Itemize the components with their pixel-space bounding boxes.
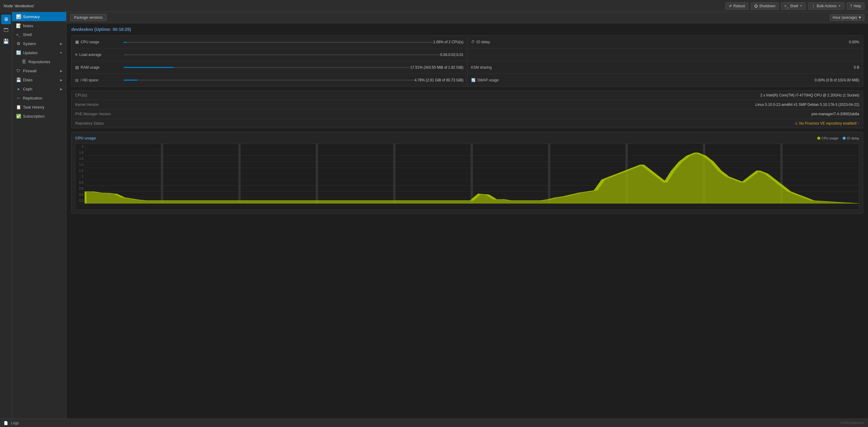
icon-nav: 🖥 🗔 💾 [0, 12, 12, 419]
repositories-icon: 🗄 [21, 59, 27, 64]
info-row-kernel: Kernel Version Linux 5.10.0-22-amd64 #1 … [71, 100, 863, 110]
node-section: devdeskos (Uptime: 00:16:25) ▦ CPU usage [66, 23, 868, 218]
info-label-kernel: Kernel Version [75, 103, 142, 107]
logs-bar: 📄 Logs CSDN @Minlearn [0, 419, 868, 427]
node-title: devdeskos (Uptime: 00:16:25) [71, 27, 863, 32]
info-section: CPU(s) 2 x Intel(R) Core(TM) i7-4770HQ C… [71, 90, 863, 128]
bulk-chevron-icon: ▼ [838, 4, 841, 7]
ceph-icon: ● [16, 86, 21, 91]
sidebar-item-disks[interactable]: 💾 Disks ▶ [12, 75, 66, 84]
summary-icon: 📊 [16, 14, 21, 19]
sidebar-item-repositories[interactable]: 🗄 Repositories [12, 57, 66, 66]
stat-value-load: 0.04,0.02,0.01 [440, 53, 464, 57]
stat-value-cpu: 1.06% of 2 CPU(s) [433, 40, 463, 44]
main-layout: 🖥 🗔 💾 📊 Summary 📝 Notes >_ Shell ⚙ Syste… [0, 12, 868, 419]
stat-value-ksm: 0 B [854, 65, 859, 69]
swap-icon: 🔃 [471, 78, 476, 82]
stat-row-cpu: ▦ CPU usage 1.06% of 2 CPU(s) [71, 36, 467, 48]
chart-area: 2 1.8 1.6 1.4 1.2 1 0.8 0.6 0.4 0.2 [75, 143, 859, 210]
logs-icon: 📄 [4, 421, 8, 425]
firewall-icon: 🛡 [16, 68, 21, 73]
stat-value-swap: 0.00% (0 B of 1024.00 MiB) [815, 78, 859, 82]
sidebar-item-system[interactable]: ⚙ System ▶ [12, 39, 66, 48]
hd-icon: ⊟ [75, 78, 79, 83]
help-icon: ? [850, 4, 852, 8]
stat-label-iodelay: ⏱ IO delay [471, 40, 520, 44]
time-dropdown-button[interactable]: Hour (average) ▼ [830, 14, 864, 21]
sidebar-item-ceph[interactable]: ● Ceph ▶ [12, 84, 66, 93]
shutdown-button[interactable]: ⏻ Shutdown [751, 2, 779, 10]
info-row-pve: PVE Manager Version pve-manager/7.4-3/90… [71, 110, 863, 119]
help-button[interactable]: ? Help [847, 2, 864, 10]
sidebar-item-notes[interactable]: 📝 Notes [12, 21, 66, 30]
info-row-cpu: CPU(s) 2 x Intel(R) Core(TM) i7-4770HQ C… [71, 91, 863, 100]
sidebar-item-summary[interactable]: 📊 Summary [12, 12, 66, 21]
shell-nav-icon: >_ [16, 33, 21, 37]
warning-icon: ⚠ [795, 121, 798, 125]
info-label-pve: PVE Manager Version [75, 112, 142, 116]
stat-row-iodelay: ⏱ IO delay 0.00% [467, 36, 863, 48]
sidebar-item-task-history[interactable]: 📋 Task History [12, 103, 66, 112]
legend-cpu-usage: CPU usage [817, 136, 838, 140]
info-value-kernel: Linux 5.10.0-22-amd64 #1 SMP Debian 5.10… [755, 103, 859, 107]
bulk-actions-button[interactable]: ⋮ Bulk Actions ▼ [808, 2, 844, 10]
stat-label-ksm: KSM sharing [471, 65, 520, 69]
topbar-title: Node 'devdeskos' [4, 4, 723, 8]
chart-svg [85, 144, 859, 203]
ceph-arrow-icon: ▶ [60, 87, 63, 91]
repo-link[interactable]: › [858, 121, 859, 125]
reboot-icon: ↺ [729, 4, 732, 8]
menu-icon: ⋮ [811, 4, 815, 8]
sidebar-item-firewall[interactable]: 🛡 Firewall ▶ [12, 66, 66, 75]
chart-section: CPU usage CPU usage IO delay [71, 132, 863, 214]
sidebar: 📊 Summary 📝 Notes >_ Shell ⚙ System ▶ 🔄 … [12, 12, 66, 419]
info-value-cpu: 2 x Intel(R) Core(TM) i7-4770HQ CPU @ 2.… [760, 93, 859, 97]
cpu-icon: ▦ [75, 39, 79, 44]
sidebar-item-replication[interactable]: ↔ Replication [12, 93, 66, 103]
stat-label-swap: 🔃 SWAP usage [471, 78, 520, 82]
legend-io-delay: IO delay [843, 136, 859, 140]
logs-label-container: 📄 Logs [4, 421, 19, 425]
stat-value-ram: 17.51% (343.55 MiB of 1.92 GiB) [410, 65, 463, 69]
reboot-button[interactable]: ↺ Reboot [725, 2, 748, 10]
stats-container: ▦ CPU usage 1.06% of 2 CPU(s) ≡ [71, 35, 863, 87]
iodelay-icon: ⏱ [471, 40, 475, 44]
info-label-cpu: CPU(s) [75, 93, 142, 97]
load-icon: ≡ [75, 52, 78, 57]
stat-label-hd: ⊟ / HD space [75, 78, 124, 83]
shell-chevron-icon: ▼ [800, 4, 803, 7]
chart-y-labels: 2 1.8 1.6 1.4 1.2 1 0.8 0.6 0.4 0.2 [75, 144, 85, 203]
nav-icon-storage[interactable]: 💾 [1, 36, 11, 46]
chart-legend: CPU usage IO delay [817, 136, 859, 140]
shell-button[interactable]: >_ Shell ▼ [781, 2, 806, 10]
stat-row-load: ≡ Load average 0.04,0.02,0.01 [71, 48, 467, 61]
stat-row-ksm: KSM sharing 0 B [467, 61, 863, 74]
updates-icon: 🔄 [16, 50, 21, 55]
content-area: Package versions Hour (average) ▼ devdes… [66, 12, 868, 419]
nav-icon-server[interactable]: 🖥 [1, 15, 11, 24]
legend-dot-cpu [817, 137, 820, 140]
system-arrow-icon: ▶ [60, 42, 63, 45]
sidebar-item-subscription[interactable]: ✅ Subscription [12, 112, 66, 121]
time-selector: Hour (average) ▼ [830, 14, 864, 21]
subscription-icon: ✅ [16, 114, 21, 118]
stat-value-hd: 4.78% (2.91 GiB of 60.73 GiB) [414, 78, 463, 82]
power-icon: ⏻ [754, 4, 758, 8]
stat-col-load [124, 54, 440, 55]
topbar: Node 'devdeskos' ↺ Reboot ⏻ Shutdown >_ … [0, 0, 868, 12]
stat-row-empty [467, 48, 863, 61]
stat-value-iodelay: 0.00% [849, 40, 859, 44]
stat-label-cpu: ▦ CPU usage [75, 39, 124, 44]
sidebar-item-updates[interactable]: 🔄 Updates ▼ [12, 48, 66, 57]
info-label-repo: Repository Status [75, 121, 142, 125]
info-row-repo: Repository Status ⚠ No Proxmox VE reposi… [71, 119, 863, 128]
chart-title: CPU usage [75, 136, 96, 140]
stat-col-hd [124, 80, 414, 81]
chart-header: CPU usage CPU usage IO delay [75, 136, 859, 140]
task-history-icon: 📋 [16, 105, 21, 110]
nav-icon-desktop[interactable]: 🗔 [1, 25, 11, 35]
package-versions-tab[interactable]: Package versions [70, 14, 106, 21]
terminal-icon: >_ [784, 4, 788, 8]
sidebar-item-shell[interactable]: >_ Shell [12, 30, 66, 39]
logs-label[interactable]: Logs [11, 421, 19, 425]
